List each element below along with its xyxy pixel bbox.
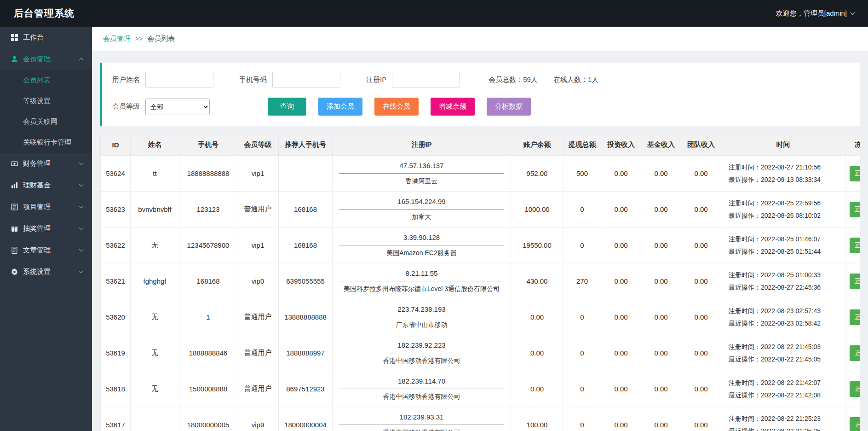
- status-normal-button[interactable]: 正常: [850, 202, 860, 217]
- chevron-down-icon: [79, 226, 84, 230]
- cell-register-ip: 182.239.114.70香港中国移动香港有限公司: [333, 371, 511, 407]
- breadcrumb: 会员管理 >> 会员列表: [92, 27, 868, 51]
- sidebar-subitem[interactable]: 等级设置: [0, 91, 92, 111]
- filter-row-1: 用户姓名 手机号码 注册IP 会员总数：59人 在线人数：1人: [112, 72, 850, 87]
- cell-phone: 123123: [179, 192, 237, 227]
- member-level-select[interactable]: 全部: [145, 99, 210, 115]
- article-icon: [11, 247, 18, 254]
- table-row: 53618无1500008888普通用户8697512923182.239.11…: [101, 371, 860, 407]
- breadcrumb-parent-link[interactable]: 会员管理: [103, 35, 131, 43]
- sidebar-item-3[interactable]: 理财基金: [0, 175, 92, 196]
- column-header: 投资收入: [601, 134, 641, 156]
- sidebar-subitem[interactable]: 会员关联网: [0, 111, 92, 132]
- search-button[interactable]: 查询: [268, 98, 306, 116]
- sidebar-item-5[interactable]: 抽奖管理: [0, 218, 92, 239]
- member-table: ID姓名手机号会员等级推荐人手机号注册IP账户余额提现总额投资收入基金收入团队收…: [100, 134, 860, 431]
- cell-invest-income: 0.00: [601, 156, 641, 192]
- chevron-down-icon: [79, 161, 84, 165]
- cell-name: [131, 407, 179, 431]
- sidebar-subitem[interactable]: 关联银行卡管理: [0, 132, 92, 153]
- add-member-button[interactable]: 添加会员: [318, 98, 362, 116]
- breadcrumb-current: 会员列表: [147, 35, 175, 43]
- cell-register-ip: 165.154.224.99加拿大: [333, 192, 511, 227]
- sidebar-item-6[interactable]: 文章管理: [0, 239, 92, 261]
- table-row: 53621fghghgf168168vip063950555558.21.11.…: [101, 263, 860, 299]
- cell-invest-income: 0.00: [601, 192, 641, 227]
- sidebar-subitem[interactable]: 会员列表: [0, 70, 92, 91]
- cell-id: 53622: [101, 227, 131, 263]
- adjust-balance-button[interactable]: 增减余额: [431, 98, 475, 116]
- sidebar-item-0[interactable]: 工作台: [0, 27, 92, 48]
- phone-input[interactable]: [272, 72, 340, 87]
- cell-team-income: 0.00: [681, 335, 721, 371]
- cell-name: 无: [131, 227, 179, 263]
- column-header: 提现总额: [563, 134, 601, 156]
- sidebar: 工作台会员管理会员列表等级设置会员关联网关联银行卡管理财务管理理财基金项目管理抽…: [0, 27, 92, 431]
- column-header: 基金收入: [641, 134, 681, 156]
- online-members-button[interactable]: 在线会员: [374, 98, 419, 116]
- cell-fund-income: 0.00: [641, 407, 681, 431]
- column-header: 姓名: [131, 134, 179, 156]
- username-label: 用户姓名: [112, 76, 140, 84]
- settings-icon: [11, 268, 18, 275]
- phone-filter-group: 手机号码: [239, 72, 340, 87]
- status-normal-button[interactable]: 正常: [850, 166, 860, 181]
- sidebar-menu: 工作台会员管理会员列表等级设置会员关联网关联银行卡管理财务管理理财基金项目管理抽…: [0, 27, 92, 283]
- table-row: 53622无12345678900vip11681683.39.90.128美国…: [101, 227, 860, 263]
- ip-address: 182.239.114.70: [339, 377, 504, 389]
- status-normal-button[interactable]: 正常: [850, 274, 860, 289]
- main-area: 会员管理 >> 会员列表 用户姓名 手机号码 注册IP: [92, 27, 868, 431]
- chevron-down-icon: [79, 247, 84, 252]
- register-time: 注册时间：2022-08-27 21:10:56: [729, 161, 843, 174]
- member-level-filter-group: 会员等级 全部: [112, 99, 210, 115]
- sidebar-item-label: 抽奖管理: [23, 224, 75, 233]
- cell-name: tt: [131, 156, 179, 192]
- cell-team-income: 0.00: [681, 299, 721, 335]
- sidebar-item-label: 会员管理: [23, 55, 75, 64]
- status-normal-button[interactable]: 正常: [850, 309, 860, 325]
- register-ip-input[interactable]: [392, 72, 460, 87]
- column-header: 账户余额: [511, 134, 563, 156]
- ip-location: 美国Amazon EC2服务器: [334, 249, 509, 257]
- cell-fund-income: 0.00: [641, 227, 681, 263]
- cell-referrer-phone: 6395055555: [279, 263, 333, 299]
- username-filter-group: 用户姓名: [112, 72, 213, 87]
- table-row: 53623bvnvbnvbff123123普通用户168168165.154.2…: [101, 192, 860, 227]
- ip-location: 加拿大: [334, 213, 509, 221]
- user-menu[interactable]: 欢迎您，管理员[admin]: [776, 9, 854, 18]
- sidebar-item-4[interactable]: 项目管理: [0, 196, 92, 218]
- filter-row-2: 会员等级 全部 查询 添加会员 在线会员 增减余额 分析数据: [112, 98, 850, 116]
- cell-status: 正常: [845, 299, 860, 335]
- cell-phone: 1: [179, 299, 237, 335]
- ip-location: 广东省中山市移动: [334, 321, 509, 329]
- cell-status: 正常: [845, 227, 860, 263]
- cell-level: 普通用户: [237, 299, 279, 335]
- cell-fund-income: 0.00: [641, 263, 681, 299]
- username-input[interactable]: [145, 72, 213, 87]
- breadcrumb-separator: >>: [135, 35, 143, 42]
- cell-invest-income: 0.00: [601, 371, 641, 407]
- content-area: 用户姓名 手机号码 注册IP 会员总数：59人 在线人数：1人: [92, 51, 868, 431]
- sidebar-item-2[interactable]: 财务管理: [0, 153, 92, 175]
- ip-location: 香港阿里云: [334, 177, 509, 186]
- cell-balance: 0.00: [511, 335, 563, 371]
- status-normal-button[interactable]: 正常: [850, 417, 860, 431]
- cell-level: 普通用户: [237, 371, 279, 407]
- analyze-data-button[interactable]: 分析数据: [487, 98, 531, 116]
- cell-register-ip: 3.39.90.128美国Amazon EC2服务器: [333, 227, 511, 263]
- online-count-stat: 在线人数：1人: [553, 76, 598, 84]
- status-normal-button[interactable]: 正常: [850, 238, 860, 253]
- register-time: 注册时间：2022-08-25 01:00:33: [729, 269, 843, 281]
- cell-withdraw-total: 0: [563, 192, 601, 227]
- ip-location: 香港中国移动香港有限公司: [334, 429, 509, 431]
- sidebar-item-1[interactable]: 会员管理: [0, 48, 92, 70]
- cell-name: fghghgf: [131, 263, 179, 299]
- ip-location: 香港中国移动香港有限公司: [334, 393, 509, 401]
- status-normal-button[interactable]: 正常: [850, 345, 860, 361]
- status-normal-button[interactable]: 正常: [850, 381, 860, 397]
- register-time: 注册时间：2022-08-22 21:45:03: [729, 341, 843, 353]
- cell-invest-income: 0.00: [601, 407, 641, 431]
- cell-status: 正常: [845, 263, 860, 299]
- ip-address: 3.39.90.128: [339, 233, 504, 245]
- sidebar-item-7[interactable]: 系统设置: [0, 261, 92, 283]
